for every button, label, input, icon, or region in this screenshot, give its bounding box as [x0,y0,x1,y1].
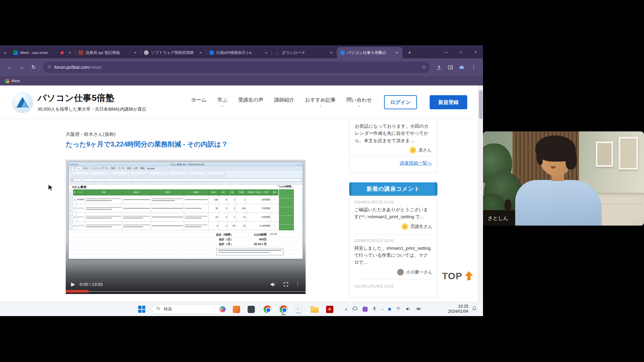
site-logo[interactable] [12,92,33,113]
chrome-menu-icon[interactable]: ⋮ [468,62,479,73]
browser-toolbar: ← → ↻ forum.pc5bai.com /voice/ ☆ ⋮ [0,58,483,76]
nav-item-voices[interactable]: 受講生の声 [238,97,263,108]
play-button[interactable]: ▶ [71,281,75,287]
side-note: 413 時 [270,233,277,236]
reload-button[interactable]: ↻ [28,62,39,73]
avatar-smiley-icon: ☺ [401,223,408,230]
video-progress-bar[interactable] [66,290,306,293]
comment-item: 2024年01月01日 15:59 拝見しました。shmain1_print_s… [354,238,432,280]
notification-bell-icon[interactable] [472,306,477,313]
volume-icon[interactable] [406,306,411,313]
tab-pc5bai-active[interactable]: パソコン仕事５倍塾の × [337,47,402,58]
tab-meet[interactable]: Meet - saz-enwt- × [10,47,75,58]
meet-tab-icon [13,50,18,55]
back-to-top-button[interactable]: TOP [442,271,473,282]
back-button[interactable]: ← [4,62,15,73]
divider [350,157,437,157]
bookmark-star-icon[interactable]: ☆ [419,63,428,72]
new-comments-panel: 新着の講座コメント 2024年01月01日 20:42 ご確認いただきありがとう… [349,182,437,297]
recording-indicator-icon [61,51,64,54]
chevron-down-icon: ∨ [358,105,361,108]
course-list-link[interactable]: 講座投稿一覧へ [400,161,432,166]
excel-formula-bar: A1 [69,178,303,182]
profile-cloud-icon[interactable] [457,62,467,72]
app-icon-chrome-active[interactable] [279,305,288,314]
close-icon[interactable]: × [394,50,399,55]
start-button[interactable] [138,306,145,313]
nav-item-articles[interactable]: おすすめ記事∨ [305,97,335,108]
close-icon[interactable]: × [198,50,203,55]
comment-author: 小川慶一さん [406,269,432,275]
side-panel-icon[interactable] [445,62,455,72]
nav-item-instructors[interactable]: 講師紹介 [274,97,294,108]
app-icon-orange[interactable] [232,305,241,314]
video-menu-icon[interactable]: ⋮ [295,281,300,287]
browser-tab-strip: ∨ Meet - saz-enwt- × 法務局 api 登記情報 × ソフトウ… [0,45,483,58]
bookmark-item-meet[interactable]: Meet [11,79,20,83]
comment-item: 2024年01月01日 20:42 ご確認いただきありがとうございます(^^; … [354,200,432,234]
webcam-tile: さとしん [483,131,644,226]
panel-title: 新着の講座コメント [349,182,437,196]
tray-expand-icon[interactable]: ∧ [345,307,347,311]
close-icon[interactable]: × [263,50,269,55]
login-button[interactable]: ログイン [384,95,417,109]
highlight-column [279,189,294,230]
downloads-icon[interactable] [434,62,444,72]
app-icon-notes[interactable] [294,305,303,314]
status-dot-icon[interactable] [388,308,391,311]
nav-label: ホーム [191,97,207,103]
app-icon-window[interactable] [247,305,256,314]
tray-x-icon[interactable]: × [381,307,383,311]
new-tab-button[interactable]: + [405,48,415,58]
ribbon-tab: 数式 [111,167,116,170]
fullscreen-icon[interactable] [282,280,290,288]
url-path: /voice/ [89,65,102,70]
gov-tab-icon [209,50,214,55]
tab-gyousei-api[interactable]: 行政API情報表示 | e- × [206,47,272,58]
nav-label: 問い合わせ [346,97,372,103]
onedrive-cloud-icon[interactable] [352,305,358,313]
scrollbar-thumb[interactable] [479,90,483,119]
search-icon [156,306,161,312]
clock-time: 10:25 [436,304,468,309]
close-icon[interactable]: × [67,50,72,55]
taskbar-clock[interactable]: 10:25 2024/01/04 [436,304,468,314]
bookmarks-bar: Meet [0,76,483,85]
nav-item-learn[interactable]: 学ぶ∨ [217,97,227,108]
nav-label: 受講生の声 [238,97,263,103]
tab-search-caret-icon[interactable]: ∨ [0,47,10,58]
app-icon-chrome[interactable] [263,305,272,314]
excel-window-controls: — □ × [294,164,301,166]
progress-track [89,291,306,292]
comment-teaser-card: お世話になっております。今回のカレンダー作成も先に自分でやってから、本文を読ませ… [349,119,437,173]
site-info-icon[interactable] [47,64,52,70]
taskbar-search[interactable]: 検索 [152,304,228,314]
tab-downloads[interactable]: ↓ ダウンロード × [272,47,337,58]
video-player[interactable]: Sさん事例.xlsx - Microsoft Excel — □ × ホーム 挿… [66,160,306,294]
close-icon[interactable]: × [329,50,334,55]
page-scrollbar[interactable] [478,85,483,302]
minimize-button[interactable]: — [439,45,453,58]
register-button[interactable]: 新規登録 [430,95,467,109]
address-bar[interactable]: forum.pc5bai.com /voice/ ☆ [43,62,430,73]
tab-software[interactable]: ソフトウェア開発民間事 × [141,47,206,58]
copilot-icon[interactable] [219,306,226,312]
site-subtitle: 35,000人を指導した東大卒・元日本IBM社内講師が直伝 [38,106,146,112]
search-placeholder: 検索 [164,306,217,312]
close-icon[interactable]: × [132,50,138,55]
close-window-button[interactable]: × [468,45,483,58]
ribbon-tab: ページ レイアウト [91,167,109,170]
wifi-icon[interactable] [395,306,401,312]
nav-item-home[interactable]: ホーム [191,97,207,108]
nav-item-contact[interactable]: 問い合わせ∨ [346,97,372,108]
comment-date: 2024年01月01日 15:59 [354,238,432,243]
app-tray-icon[interactable] [363,307,368,312]
forward-button[interactable]: → [16,62,27,73]
app-icon-folder[interactable] [310,305,319,314]
volume-icon[interactable] [269,280,277,288]
maximize-button[interactable]: □ [453,45,468,58]
tab-houmukyoku[interactable]: 法務局 api 登記情報 × [75,47,141,58]
app-icon-pdf[interactable]: A [325,305,334,314]
microphone-icon[interactable] [372,306,377,313]
battery-icon[interactable] [415,306,423,312]
